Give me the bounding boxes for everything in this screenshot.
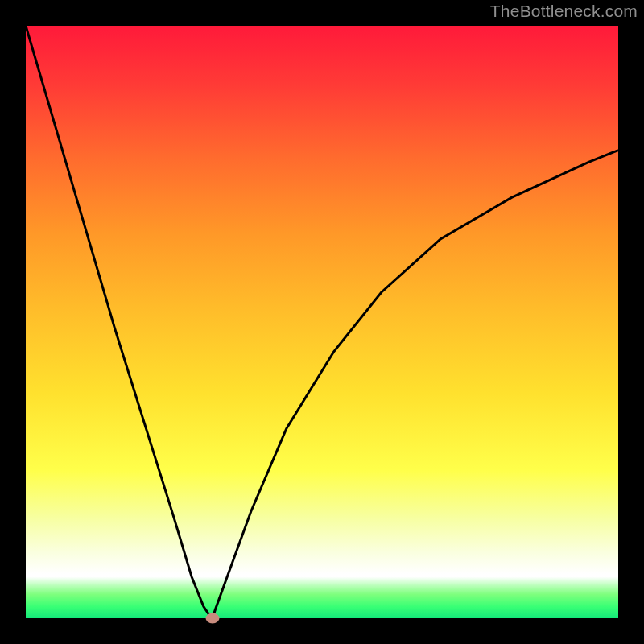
bottleneck-curve-path — [26, 26, 618, 618]
bottleneck-curve-svg — [26, 26, 618, 618]
plot-area — [26, 26, 618, 618]
watermark-text: TheBottleneck.com — [490, 2, 638, 21]
minimum-marker — [205, 613, 219, 624]
